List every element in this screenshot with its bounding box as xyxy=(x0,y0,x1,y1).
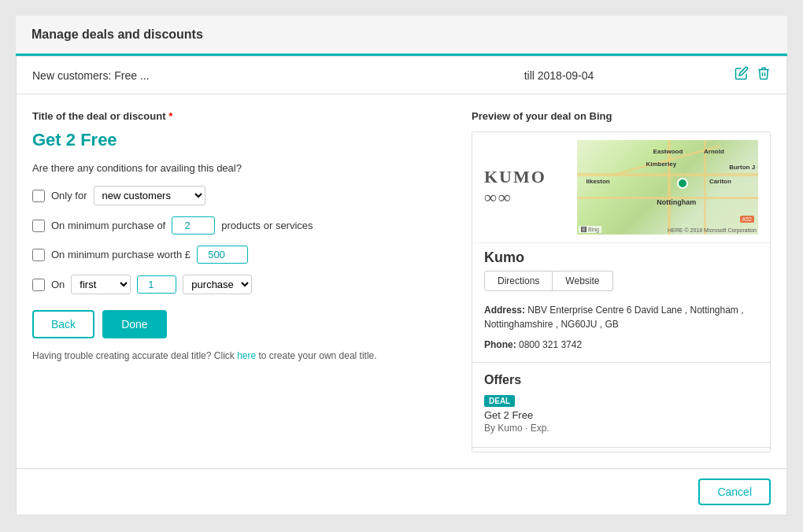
preview-business-header: KUMO ∞∞ Eastwood Arnold xyxy=(472,132,770,243)
map-label-burton: Burton J xyxy=(729,164,755,171)
outer-container: Manage deals and discounts New customers… xyxy=(0,0,803,532)
offers-title: Offers xyxy=(484,373,758,387)
content-area: Title of the deal or discount * Get 2 Fr… xyxy=(17,94,786,468)
page-title-bar: Manage deals and discounts xyxy=(16,16,787,56)
map-label-eastwood: Eastwood xyxy=(653,148,683,155)
preview-title: Preview of your deal on Bing xyxy=(472,110,771,122)
condition-row-2: On minimum purchase of products or servi… xyxy=(32,216,448,235)
condition3-number[interactable] xyxy=(197,246,248,264)
preview-business-name: Kumo xyxy=(472,243,770,271)
condition4-number[interactable] xyxy=(137,275,176,294)
deal-header-actions xyxy=(735,66,771,84)
done-button[interactable]: Done xyxy=(102,310,166,338)
map-label-ilkeston: Ilkeston xyxy=(587,178,610,185)
phone-label: Phone: xyxy=(484,339,516,350)
condition2-label-suffix: products or services xyxy=(221,220,313,231)
help-text-suffix: to create your own deal title. xyxy=(256,350,376,361)
map-label-carlton: Carlton xyxy=(709,178,731,185)
required-star: * xyxy=(168,110,172,122)
preview-phone: Phone: 0800 321 3742 xyxy=(472,335,770,358)
offer-name: Get 2 Free xyxy=(484,409,758,421)
conditions-question: Are there any conditions for availing th… xyxy=(32,162,448,174)
condition1-checkbox[interactable] xyxy=(32,190,45,202)
website-button[interactable]: Website xyxy=(553,271,612,291)
map-label-nottingham: Nottingham xyxy=(657,198,696,206)
address-label: Address: xyxy=(484,305,525,316)
map-a52-badge: A52 xyxy=(740,216,754,223)
preview-divider xyxy=(472,362,770,363)
business-logo: KUMO ∞∞ xyxy=(484,167,565,208)
right-panel: Preview of your deal on Bing KUMO ∞∞ xyxy=(472,110,771,453)
cancel-button[interactable]: Cancel xyxy=(698,478,771,505)
condition1-label-prefix: Only for xyxy=(51,190,87,201)
condition-row-4: On first second third purchase visit ord… xyxy=(32,275,448,294)
condition2-number[interactable] xyxy=(172,216,215,235)
offers-section: Offers DEAL Get 2 Free By Kumo · Exp. xyxy=(472,367,770,443)
help-text: Having trouble creating accurate deal ti… xyxy=(32,350,448,361)
offer-by: By Kumo · Exp. xyxy=(484,423,758,434)
condition4-select1[interactable]: first second third xyxy=(71,275,131,294)
left-panel: Title of the deal or discount * Get 2 Fr… xyxy=(32,110,448,453)
condition4-select2[interactable]: purchase visit order xyxy=(183,275,252,294)
preview-card: KUMO ∞∞ Eastwood Arnold xyxy=(472,131,771,453)
back-button[interactable]: Back xyxy=(32,310,94,338)
edit-deal-button[interactable] xyxy=(735,66,749,84)
condition4-checkbox[interactable] xyxy=(32,279,45,291)
map-copyright: HERE © 2018 Microsoft Corporation xyxy=(668,227,757,233)
condition3-label-prefix: On minimum purchase worth £ xyxy=(51,249,191,260)
preview-address: Address: NBV Enterprise Centre 6 David L… xyxy=(472,299,770,335)
help-text-prefix: Having trouble creating accurate deal ti… xyxy=(32,350,237,361)
preview-divider-2 xyxy=(472,447,770,448)
map-thumbnail: Eastwood Arnold Kimberley Ilkeston Carlt… xyxy=(577,140,758,235)
page-title: Manage deals and discounts xyxy=(31,28,203,41)
delete-deal-button[interactable] xyxy=(757,66,771,84)
condition4-label-prefix: On xyxy=(51,279,65,290)
deal-header-title: New customers: Free ... xyxy=(32,69,383,82)
condition-row-1: Only for new customers existing customer… xyxy=(32,186,448,205)
map-label-arnold: Arnold xyxy=(704,148,724,155)
deal-header-bar: New customers: Free ... till 2018-09-04 xyxy=(17,57,786,94)
condition-row-3: On minimum purchase worth £ xyxy=(32,246,448,264)
deal-header-date: till 2018-09-04 xyxy=(383,69,735,82)
deal-title-display: Get 2 Free xyxy=(32,130,448,150)
map-watermark: 🅱 Bing xyxy=(579,226,601,233)
condition2-checkbox[interactable] xyxy=(32,220,45,232)
preview-actions: Directions Website xyxy=(472,271,770,299)
footer-bar: Cancel xyxy=(17,468,786,515)
main-card: New customers: Free ... till 2018-09-04 xyxy=(16,56,787,515)
phone-value: 0800 321 3742 xyxy=(519,339,582,350)
btn-group: Back Done xyxy=(32,310,448,338)
condition1-select[interactable]: new customers existing customers all cus… xyxy=(94,186,205,205)
condition2-label-prefix: On minimum purchase of xyxy=(51,220,165,231)
map-pin xyxy=(677,178,688,189)
map-label-kimberley: Kimberley xyxy=(646,161,676,168)
help-link[interactable]: here xyxy=(237,350,256,361)
deal-badge: DEAL xyxy=(484,395,515,407)
condition3-checkbox[interactable] xyxy=(32,249,45,261)
directions-button[interactable]: Directions xyxy=(484,271,553,291)
section-label: Title of the deal or discount * xyxy=(32,110,448,122)
